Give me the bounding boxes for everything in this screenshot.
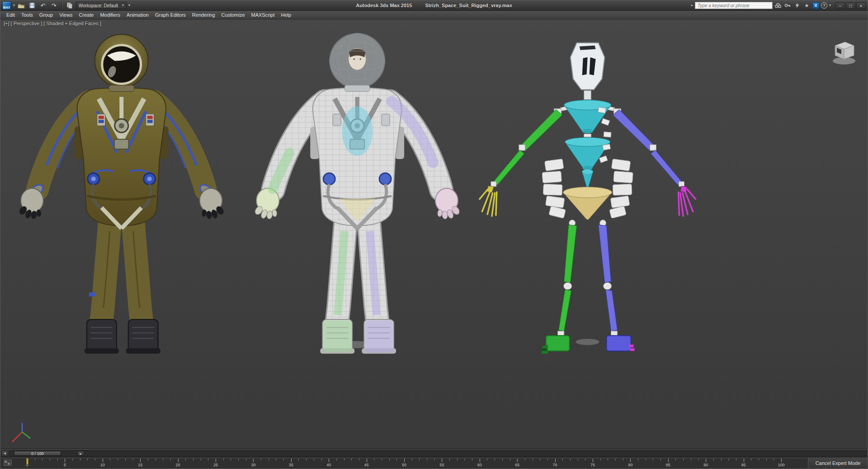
ruler-label: 25	[213, 463, 218, 467]
rig-right-leg	[599, 225, 635, 351]
ruler-tick	[396, 459, 397, 460]
ruler-label: 55	[439, 463, 444, 467]
ruler-tick	[547, 459, 548, 460]
ruler-tick	[314, 459, 314, 460]
menu-item-tools[interactable]: Tools	[18, 11, 36, 19]
search-input[interactable]	[695, 2, 773, 9]
menu-item-maxscript[interactable]: MAXScript	[248, 11, 278, 19]
ruler-tick	[208, 459, 208, 460]
viewport-shading-menu[interactable]: [ Shaded + Edged Faces ]	[43, 21, 101, 26]
ruler-tick	[434, 459, 435, 460]
ruler-tick	[238, 459, 239, 460]
menu-item-animation[interactable]: Animation	[123, 11, 152, 19]
model-wireframe-suit[interactable]	[254, 33, 461, 354]
ruler-tick	[140, 459, 141, 462]
application-menu-button[interactable]: MAX	[2, 1, 11, 10]
ruler-tick	[231, 459, 231, 460]
next-frame-button[interactable]: ▸	[77, 451, 84, 456]
menu-item-graph-editors[interactable]: Graph Editors	[152, 11, 189, 19]
ruler-tick	[298, 459, 299, 460]
ruler-tick	[223, 459, 224, 460]
menu-item-help[interactable]: Help	[278, 11, 295, 19]
ruler-tick	[216, 459, 216, 462]
maximize-button[interactable]: □	[846, 2, 855, 9]
viewport-scene[interactable]	[0, 19, 868, 449]
current-frame-marker[interactable]	[26, 458, 28, 464]
ruler-tick	[427, 459, 427, 460]
toolbar-separator	[61, 2, 62, 9]
redo-icon[interactable]: ↷	[49, 1, 58, 10]
quick-access-customize-icon[interactable]: ▾	[128, 4, 130, 7]
viewport-general-menu[interactable]: [+]	[4, 21, 9, 26]
time-slider-handle[interactable]: 0 / 100	[14, 451, 61, 456]
infocenter-collapse-icon[interactable]: ▸	[691, 4, 693, 7]
ruler-tick	[72, 459, 73, 460]
track-bar: 0510152025303540455055606570758085909510…	[0, 457, 868, 469]
textured-legs	[89, 223, 142, 323]
ruler-label: 90	[703, 463, 708, 467]
communication-center-icon[interactable]	[793, 2, 801, 9]
menu-item-edit[interactable]: Edit	[3, 11, 18, 19]
ruler-tick	[351, 459, 352, 460]
viewport-pov-menu[interactable]: [ Perspective ]	[11, 21, 42, 26]
ruler-tick	[540, 459, 540, 460]
workspace-pages-icon[interactable]	[65, 1, 74, 10]
close-button[interactable]: ×	[856, 2, 866, 9]
menu-item-modifiers[interactable]: Modifiers	[97, 11, 123, 19]
ruler-tick	[170, 459, 171, 460]
ruler-tick	[110, 459, 110, 460]
ruler-tick	[87, 459, 88, 460]
ruler-tick	[472, 459, 472, 460]
ruler-label: 40	[326, 463, 331, 467]
ruler-tick	[555, 459, 556, 462]
subscription-key-icon[interactable]	[784, 2, 792, 9]
time-slider-bar: ◂ 0 / 100 ▸	[0, 449, 868, 457]
ruler-tick	[744, 459, 744, 462]
ruler-tick	[103, 459, 103, 462]
ruler-tick	[713, 459, 714, 460]
menu-item-views[interactable]: Views	[56, 11, 75, 19]
application-menu-arrow-icon[interactable]: ▾	[13, 4, 15, 7]
ruler-label: 5	[64, 463, 66, 467]
menu-item-customize[interactable]: Customize	[218, 11, 248, 19]
ruler-tick	[65, 459, 65, 462]
ruler-tick	[464, 459, 465, 460]
ruler-tick	[774, 459, 774, 460]
help-icon[interactable]: ?	[821, 2, 827, 9]
cancel-expert-mode-button[interactable]: Cancel Expert Mode	[808, 457, 868, 469]
ruler-tick	[253, 459, 254, 462]
previous-frame-button[interactable]: ◂	[1, 450, 8, 456]
minimize-button[interactable]: −	[835, 2, 845, 9]
save-file-icon[interactable]	[28, 1, 37, 10]
time-slider-track[interactable]: 0 / 100 ▸	[9, 450, 867, 456]
textured-helmet	[95, 34, 148, 92]
help-dropdown-arrow-icon[interactable]: ▾	[829, 4, 831, 7]
track-bar-ruler[interactable]: 0510152025303540455055606570758085909510…	[0, 457, 807, 469]
favorites-star-icon[interactable]: ★	[803, 2, 811, 9]
textured-boots	[85, 319, 160, 354]
ruler-tick	[623, 459, 623, 460]
menu-item-rendering[interactable]: Rendering	[189, 11, 218, 19]
exchange-apps-icon[interactable]: X	[812, 2, 819, 9]
ruler-tick	[570, 459, 571, 460]
ruler-tick	[389, 459, 390, 460]
open-file-icon[interactable]	[17, 1, 26, 10]
infocenter: ▸ ★ X ? ▾ − □ ×	[691, 2, 866, 9]
viewcube[interactable]	[833, 42, 855, 65]
ruler-label: 35	[289, 463, 293, 467]
model-textured-suit[interactable]	[18, 34, 225, 354]
menu-item-create[interactable]: Create	[75, 11, 97, 19]
model-skeleton-rig[interactable]	[479, 43, 696, 354]
window-controls: − □ ×	[835, 2, 866, 9]
ruler-label: 80	[628, 463, 632, 467]
window-title-filename: Strizh_Space_Suit_Rigged_vray.max	[425, 3, 512, 8]
menu-item-group[interactable]: Group	[36, 11, 57, 19]
undo-icon[interactable]: ↶	[38, 1, 47, 10]
ruler-tick	[668, 459, 669, 462]
ruler-tick	[600, 459, 601, 460]
workspace-dropdown[interactable]: Workspace: Default ▾	[76, 2, 127, 9]
ruler-tick	[781, 459, 782, 462]
perspective-viewport[interactable]: [+] [ Perspective ] [ Shaded + Edged Fac…	[0, 19, 868, 449]
ruler-tick	[766, 459, 767, 460]
search-binoculars-icon[interactable]	[774, 2, 782, 9]
